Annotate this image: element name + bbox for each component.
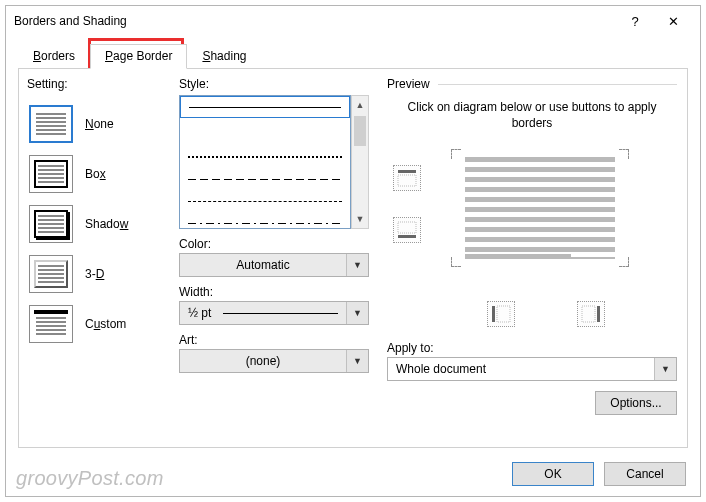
color-combo[interactable]: Automatic ▼ <box>179 253 369 277</box>
apply-to-combo[interactable]: Whole document ▼ <box>387 357 677 381</box>
chevron-down-icon[interactable]: ▼ <box>654 358 676 380</box>
tab-row: Borders Page Border Shading <box>18 42 688 68</box>
border-left-button[interactable] <box>487 301 515 327</box>
border-bottom-button[interactable] <box>393 217 421 243</box>
art-combo[interactable]: (none) ▼ <box>179 349 369 373</box>
tab-borders[interactable]: Borders <box>18 44 90 69</box>
options-button[interactable]: Options... <box>595 391 677 415</box>
svg-rect-6 <box>597 306 600 322</box>
preview-area <box>387 135 677 305</box>
scroll-up-icon[interactable]: ▲ <box>352 96 368 114</box>
setting-label: Setting: <box>27 77 167 91</box>
titlebar: Borders and Shading ? ✕ <box>6 6 700 36</box>
chevron-down-icon[interactable]: ▼ <box>346 254 368 276</box>
style-list[interactable] <box>179 95 351 229</box>
svg-rect-1 <box>398 175 416 186</box>
scroll-thumb[interactable] <box>354 116 366 146</box>
setting-3d[interactable]: 3-D <box>27 249 167 299</box>
tab-page-border[interactable]: Page Border <box>90 44 187 69</box>
svg-rect-4 <box>492 306 495 322</box>
setting-shadow[interactable]: Shadow <box>27 199 167 249</box>
borders-and-shading-dialog: Borders and Shading ? ✕ Borders Page Bor… <box>5 5 701 497</box>
dialog-title: Borders and Shading <box>14 14 616 28</box>
svg-rect-2 <box>398 235 416 238</box>
width-combo[interactable]: ½ pt ▼ <box>179 301 369 325</box>
color-label: Color: <box>179 237 369 251</box>
scroll-down-icon[interactable]: ▼ <box>352 210 368 228</box>
style-label: Style: <box>179 77 369 91</box>
svg-rect-3 <box>398 222 416 233</box>
preview-label: Preview <box>387 77 430 91</box>
close-button[interactable]: ✕ <box>654 7 692 35</box>
preview-page[interactable] <box>455 153 625 263</box>
dialog-body: Setting: None Box Shadow 3-D <box>18 68 688 448</box>
svg-rect-5 <box>497 306 510 322</box>
chevron-down-icon[interactable]: ▼ <box>346 350 368 372</box>
setting-box[interactable]: Box <box>27 149 167 199</box>
setting-custom[interactable]: Custom <box>27 299 167 349</box>
ok-button[interactable]: OK <box>512 462 594 486</box>
width-preview-line <box>223 313 338 314</box>
border-top-button[interactable] <box>393 165 421 191</box>
setting-none[interactable]: None <box>27 99 167 149</box>
svg-rect-7 <box>582 306 595 322</box>
style-scrollbar[interactable]: ▲ ▼ <box>351 95 369 229</box>
watermark: groovyPost.com <box>16 467 164 490</box>
border-right-button[interactable] <box>577 301 605 327</box>
art-label: Art: <box>179 333 369 347</box>
svg-rect-0 <box>398 170 416 173</box>
help-button[interactable]: ? <box>616 7 654 35</box>
preview-hint: Click on diagram below or use buttons to… <box>397 99 667 131</box>
cancel-button[interactable]: Cancel <box>604 462 686 486</box>
width-label: Width: <box>179 285 369 299</box>
apply-to-label: Apply to: <box>387 341 677 355</box>
tab-shading[interactable]: Shading <box>187 44 261 69</box>
chevron-down-icon[interactable]: ▼ <box>346 302 368 324</box>
